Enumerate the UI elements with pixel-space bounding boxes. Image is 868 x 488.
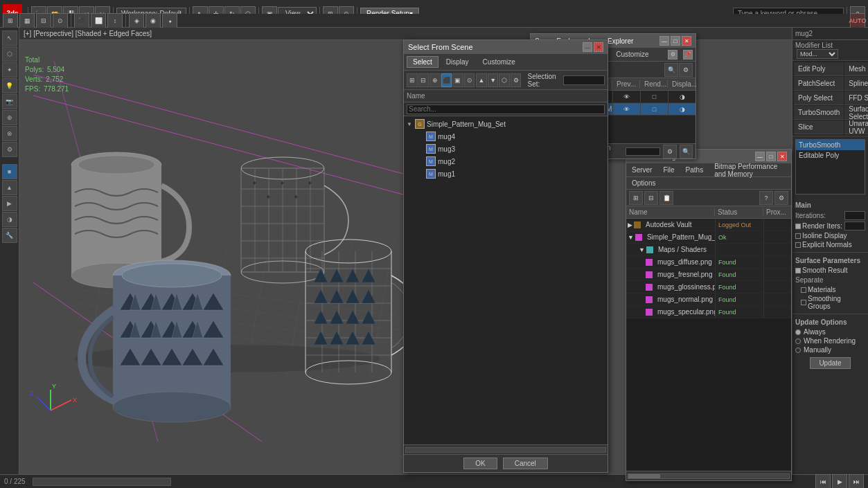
- t2-btn8[interactable]: ◈: [129, 13, 144, 28]
- icon-options[interactable]: ⚙: [511, 73, 522, 87]
- t2-btn9[interactable]: ◉: [145, 13, 161, 28]
- object-search-input[interactable]: [407, 105, 605, 114]
- icon-sort3[interactable]: ⬡: [499, 73, 510, 87]
- tree-item-mug2[interactable]: M mug2: [404, 155, 608, 168]
- icon-filter1[interactable]: ▣: [452, 73, 463, 87]
- ls-btn-display[interactable]: ◑: [2, 212, 17, 227]
- se-settings-btn[interactable]: ⚙: [668, 50, 677, 60]
- timeline-play-btn[interactable]: ▶: [832, 474, 847, 489]
- stack-editable-poly[interactable]: Editable Poly: [796, 150, 865, 161]
- spline-select-btn[interactable]: SplineSelect: [844, 77, 868, 91]
- t2-btn3[interactable]: ⊟: [36, 13, 51, 28]
- render-iters-checkbox[interactable]: [795, 224, 801, 229]
- at-diffuse-item[interactable]: mugs_diffuse.png Found: [626, 256, 791, 269]
- at-menu-options[interactable]: Options: [629, 179, 658, 187]
- isoline-checkbox[interactable]: [795, 233, 801, 239]
- at-menu-bitmap[interactable]: Bitmap Performance and Memory: [711, 163, 788, 178]
- t2-btn2[interactable]: ▦: [19, 13, 35, 28]
- se-search-icon-btn[interactable]: 🔍: [664, 63, 678, 77]
- turbosmooth-btn[interactable]: TurboSmooth: [794, 106, 844, 120]
- se-filter-btn[interactable]: ⚙: [679, 63, 693, 77]
- stack-turbosmooth[interactable]: TurboSmooth: [796, 140, 865, 150]
- manually-radio[interactable]: [795, 347, 801, 353]
- se-footer-btn2[interactable]: 🔍: [680, 145, 693, 159]
- at-minimize-btn[interactable]: —: [755, 152, 765, 161]
- icon-sort1[interactable]: ▲: [476, 73, 487, 87]
- at-fresnel-item[interactable]: mugs_fresnel.png Found: [626, 269, 791, 281]
- tree-item-mug1[interactable]: M mug1: [404, 168, 608, 180]
- at-icon5[interactable]: ⚙: [774, 191, 788, 205]
- at-maximize-btn[interactable]: □: [766, 152, 776, 161]
- ls-btn-shape[interactable]: ✦: [2, 62, 17, 78]
- surface-select-btn[interactable]: Surface Select: [844, 106, 868, 120]
- t2-btn4[interactable]: ⊙: [53, 13, 68, 28]
- when-rendering-radio[interactable]: [795, 338, 801, 344]
- ls-btn-modify[interactable]: ■: [2, 164, 17, 179]
- update-button[interactable]: Update: [810, 357, 850, 369]
- se-pin-btn[interactable]: 📌: [683, 50, 693, 60]
- materials-checkbox[interactable]: [801, 287, 806, 293]
- icon-select-active[interactable]: ⬛: [441, 73, 452, 87]
- at-menu-server[interactable]: Server: [629, 166, 655, 174]
- at-h-scrollbar[interactable]: [628, 473, 790, 479]
- ls-btn-camera[interactable]: 📷: [2, 94, 17, 109]
- tree-item-mug3[interactable]: M mug3: [404, 143, 608, 155]
- at-close-btn[interactable]: ✕: [777, 152, 787, 161]
- at-icon2[interactable]: ⊟: [644, 191, 658, 205]
- slice-btn[interactable]: Slice: [794, 120, 844, 134]
- ok-button[interactable]: OK: [463, 458, 497, 469]
- ls-btn-light[interactable]: 💡: [2, 78, 17, 93]
- timeline-prev-btn[interactable]: ⏮: [815, 474, 831, 489]
- edit-poly-btn[interactable]: Edit Poly: [794, 62, 844, 76]
- ls-btn-motion[interactable]: ▶: [2, 196, 17, 211]
- smoothing-checkbox[interactable]: [801, 300, 806, 305]
- at-icon4[interactable]: ?: [759, 191, 773, 205]
- tree-item-group[interactable]: ▼ G Simple_Pattern_Mug_Set: [404, 118, 608, 130]
- se-maximize-btn[interactable]: □: [671, 36, 680, 46]
- at-vault-item[interactable]: ▶ Autodesk Vault Logged Out: [626, 219, 791, 231]
- at-maps-item[interactable]: ▼ Maps / Shaders: [626, 244, 791, 256]
- ls-btn-select[interactable]: ↖: [2, 30, 17, 46]
- icon-sort2[interactable]: ▼: [488, 73, 499, 87]
- t2-btn1[interactable]: ⊞: [3, 13, 18, 28]
- cancel-button[interactable]: Cancel: [503, 458, 548, 469]
- explicit-checkbox[interactable]: [795, 242, 801, 248]
- t2-btn6[interactable]: ⬜: [91, 13, 106, 28]
- ls-btn-system[interactable]: ⚙: [2, 142, 17, 157]
- horizontal-scrollbar[interactable]: [405, 447, 606, 453]
- timeline-next-btn[interactable]: ⏭: [849, 474, 864, 489]
- se-minimize-btn[interactable]: —: [659, 36, 669, 46]
- t2-btn5[interactable]: ⬛: [74, 13, 89, 28]
- se-footer-btn1[interactable]: ⚙: [663, 145, 676, 159]
- menu-customize[interactable]: Customize: [613, 51, 651, 58]
- at-icon3[interactable]: 📋: [659, 191, 673, 205]
- minimize-btn[interactable]: —: [583, 42, 592, 52]
- tab-display[interactable]: Display: [440, 56, 475, 68]
- ls-btn-hierarchy[interactable]: ▲: [2, 180, 17, 195]
- icon-filter2[interactable]: ⊙: [464, 73, 475, 87]
- at-mugfile-item[interactable]: ▼ Simple_Pattern_Mug_Set_max_v... Ok: [626, 231, 791, 244]
- se-sel-set-input[interactable]: [626, 147, 660, 156]
- se-close-btn[interactable]: ✕: [682, 36, 691, 46]
- icon-all-btn[interactable]: ⊞: [407, 73, 418, 87]
- ls-btn-utilities[interactable]: 🔧: [2, 228, 17, 243]
- at-glossiness-item[interactable]: mugs_glossiness.png Found: [626, 281, 791, 293]
- tree-item-mug4[interactable]: M mug4: [404, 130, 608, 143]
- t2-btn7[interactable]: ↕: [107, 13, 123, 28]
- tab-customize[interactable]: Customize: [477, 56, 522, 68]
- render-iters-input[interactable]: 2: [844, 222, 865, 231]
- ls-btn-space[interactable]: ⊗: [2, 126, 17, 141]
- always-radio[interactable]: [795, 329, 801, 335]
- smooth-result-checkbox[interactable]: [795, 268, 801, 273]
- unwrap-uvw-btn[interactable]: Unwrap UVW: [844, 120, 868, 134]
- at-menu-file[interactable]: File: [660, 166, 677, 174]
- t2-btn10[interactable]: ⬥: [162, 13, 177, 28]
- ffd-select-btn[interactable]: FFD Select: [844, 91, 868, 105]
- at-specular-item[interactable]: mugs_specular.png Found: [626, 306, 791, 318]
- iterations-input[interactable]: 2: [844, 211, 865, 220]
- icon-invert-btn[interactable]: ⊕: [429, 73, 441, 87]
- at-normal-item[interactable]: mugs_normal.png Found: [626, 293, 791, 306]
- icon-none-btn[interactable]: ⊟: [418, 73, 429, 87]
- modifier-list-select[interactable]: Mod...: [797, 49, 838, 59]
- ls-btn-helper[interactable]: ⊕: [2, 110, 17, 125]
